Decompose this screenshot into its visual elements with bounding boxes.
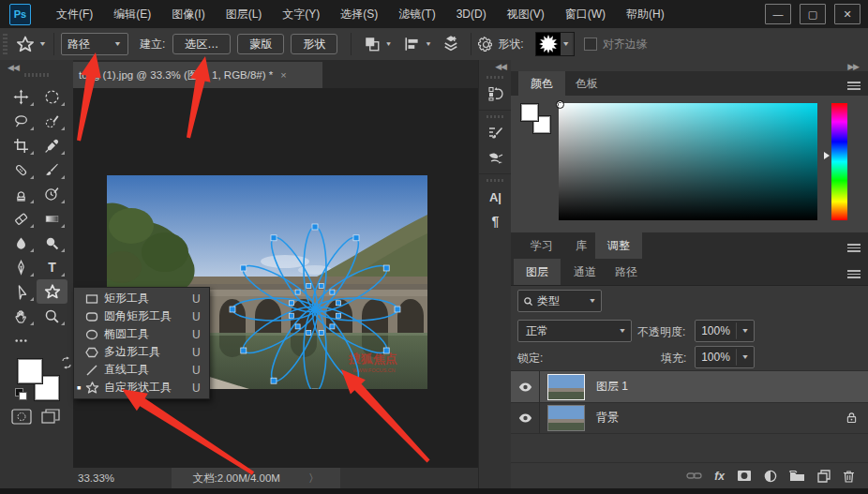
brush-settings-panel-icon[interactable] [479,121,512,145]
collapse-toolbar-icon[interactable]: ◀◀ [7,63,19,72]
flyout-item-ellipse-tool[interactable]: 椭圆工具U [74,325,209,343]
spot-healing-brush-tool[interactable] [6,157,37,182]
tab-color[interactable]: 颜色 [518,71,565,96]
collapse-panels-icon[interactable]: ▶▶ [847,62,859,71]
menu-view[interactable]: 视图(V) [497,0,555,28]
tab-channels[interactable]: 通道 [561,259,608,285]
make-shape-button[interactable]: 形状 [291,34,337,54]
flyout-item-rounded-rectangle-tool[interactable]: 圆角矩形工具U [74,307,209,325]
close-tab-icon[interactable]: × [280,69,286,81]
path-alignment-icon[interactable] [404,36,421,52]
zoom-tool[interactable] [37,304,67,328]
layer-style-icon[interactable]: fx [714,470,725,483]
layer-row-background[interactable]: 背景 [511,402,868,434]
delete-layer-icon[interactable] [843,470,855,483]
clone-stamp-tool[interactable] [6,182,37,206]
align-edges-checkbox[interactable] [584,37,597,51]
layer-name[interactable]: 背景 [596,410,619,426]
color-cursor-icon[interactable] [556,100,564,109]
panel-menu-icon[interactable] [847,80,861,92]
layer-thumbnail[interactable] [547,405,585,431]
menu-window[interactable]: 窗口(W) [555,0,616,28]
menu-image[interactable]: 图像(I) [161,0,215,28]
fill-field[interactable]: 100% ▼ [695,346,755,368]
eraser-tool[interactable] [6,206,37,231]
tab-swatches[interactable]: 色板 [563,71,610,96]
make-mask-button[interactable]: 蒙版 [237,34,284,54]
opacity-field[interactable]: 100% ▼ [695,320,755,342]
foreground-color-swatch[interactable] [17,358,43,384]
eyedropper-tool[interactable] [37,133,67,157]
path-arrangement-icon[interactable] [441,35,460,53]
menu-select[interactable]: 选择(S) [330,0,388,28]
character-panel-icon[interactable]: A| [479,185,512,209]
flyout-item-custom-shape-tool[interactable]: ■ 自定形状工具U [74,379,209,397]
link-layers-icon[interactable] [686,472,702,480]
menu-help[interactable]: 帮助(H) [616,0,675,28]
panel-menu-icon[interactable] [847,242,861,254]
new-group-icon[interactable] [789,470,805,482]
menu-3d[interactable]: 3D(D) [446,0,497,28]
add-mask-icon[interactable] [737,470,752,482]
menu-layer[interactable]: 图层(L) [216,0,273,28]
panel-menu-icon[interactable] [847,268,861,280]
tab-paths[interactable]: 路径 [603,259,650,285]
brush-tool[interactable] [37,157,67,182]
hue-slider-marker[interactable] [824,152,830,159]
screen-mode-button[interactable] [41,409,60,425]
custom-shape-tool[interactable] [37,279,67,304]
crop-tool[interactable] [6,133,37,157]
paragraph-panel-icon[interactable]: ¶ [479,209,512,233]
lasso-tool[interactable] [6,109,37,133]
visibility-eye-icon[interactable] [511,371,540,402]
tab-libraries[interactable]: 库 [563,232,599,259]
blend-mode-dropdown[interactable]: 正常 ▼ [517,320,632,342]
make-selection-button[interactable]: 选区… [172,34,231,54]
dodge-tool[interactable] [37,231,67,255]
close-button[interactable]: ✕ [834,4,861,24]
layer-thumbnail[interactable] [547,374,585,400]
minimize-button[interactable]: — [765,4,791,24]
flyout-item-line-tool[interactable]: 直线工具U [74,361,209,379]
path-selection-tool[interactable] [6,279,37,304]
layer-filter-dropdown[interactable]: 类型 ▼ [517,290,602,312]
hue-slider[interactable] [831,103,847,220]
gradient-tool[interactable] [37,206,67,231]
menu-file[interactable]: 文件(F) [46,0,103,28]
type-tool[interactable]: T [37,255,67,279]
flyout-item-polygon-tool[interactable]: 多边形工具U [74,343,209,361]
layer-name[interactable]: 图层 1 [596,379,628,395]
document-info[interactable]: 文档:2.00M/4.00M 〉 [172,468,340,488]
brushes-panel-icon[interactable] [479,145,512,170]
tool-mode-dropdown[interactable]: 路径 ▼ [61,33,128,55]
tab-adjustments[interactable]: 调整 [595,232,642,259]
layer-row-layer1[interactable]: 图层 1 [511,371,868,403]
shape-picker[interactable]: ▼ [535,32,575,56]
marquee-tool[interactable] [37,84,67,109]
menu-edit[interactable]: 编辑(E) [103,0,161,28]
default-colors-icon[interactable] [15,388,24,397]
quick-selection-tool[interactable] [37,109,67,133]
hand-tool[interactable] [6,304,37,328]
tab-layers[interactable]: 图层 [514,259,561,285]
gear-icon[interactable] [478,37,494,52]
menu-filter[interactable]: 滤镜(T) [388,0,445,28]
status-chevron-icon[interactable]: 〉 [308,472,320,486]
foreground-color-swatch[interactable] [520,103,539,122]
visibility-eye-icon[interactable] [511,402,540,433]
tab-learn[interactable]: 学习 [518,232,565,259]
zoom-level[interactable]: 33.33% [78,472,134,484]
maximize-button[interactable]: ▢ [800,4,826,24]
saturation-brightness-field[interactable] [559,103,817,220]
flyout-item-rectangle-tool[interactable]: 矩形工具U [74,290,209,307]
pen-tool[interactable] [6,255,37,279]
document-tab[interactable]: tong (1).jpg @ 33.3% (图层 1, RGB/8#) * × [73,62,322,88]
new-adjustment-layer-icon[interactable] [764,470,777,483]
swap-colors-icon[interactable] [60,356,73,369]
path-operations-icon[interactable] [364,36,381,52]
history-brush-tool[interactable] [37,182,67,206]
new-layer-icon[interactable] [817,470,831,483]
blur-tool[interactable] [6,231,37,255]
quick-mask-button[interactable] [11,409,32,425]
canvas[interactable]: 搜狐焦点 WWW.FOCUS.CN [73,88,478,468]
